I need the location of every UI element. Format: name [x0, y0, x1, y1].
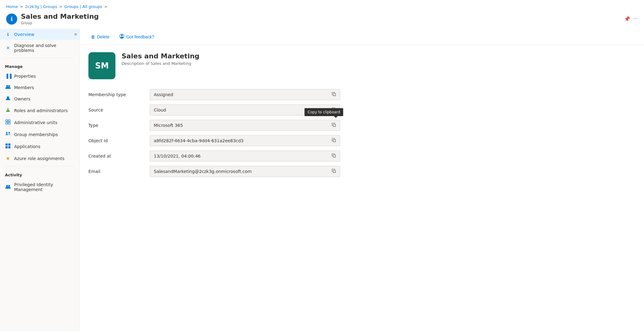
svg-rect-5 [6, 120, 8, 122]
breadcrumb-sep3: > [104, 4, 107, 9]
svg-point-15 [6, 185, 8, 187]
applications-icon [5, 143, 11, 149]
feedback-button[interactable]: Got feedback? [116, 32, 158, 41]
prop-value-object-id-wrap: a9fd282f-4634-4cba-9dd4-631a2ee83cd3 [150, 135, 340, 146]
svg-rect-12 [8, 143, 10, 146]
collapse-sidebar-button[interactable]: « [74, 31, 77, 37]
sidebar-label-admin-units: Administrative units [14, 120, 57, 125]
copy-type-button[interactable] [331, 122, 337, 129]
prop-label-object-id: Object Id [88, 138, 150, 143]
prop-row-email: Email SalesandMarketing@2czk3g.onmicroso… [88, 166, 340, 177]
sidebar-label-applications: Applications [14, 144, 41, 149]
owners-icon [5, 96, 11, 101]
breadcrumb-home[interactable]: Home [6, 4, 18, 9]
group-description: Description of Sales and Marketing [122, 61, 200, 66]
header-icon: ℹ [6, 14, 17, 25]
sidebar-item-diagnose[interactable]: ✕ Diagnose and solve problems [0, 40, 80, 56]
main-content: 🗑 Delete Got feedback? SM Sales and Mark… [80, 29, 644, 331]
members-icon [5, 85, 11, 90]
sidebar-item-owners[interactable]: Owners [0, 93, 80, 104]
sidebar-label-overview: Overview [14, 32, 34, 37]
svg-point-16 [8, 185, 10, 187]
sidebar-item-properties[interactable]: ▐▐ Properties [0, 71, 80, 82]
sidebar-label-owners: Owners [14, 96, 30, 101]
svg-rect-8 [8, 122, 10, 124]
svg-rect-13 [6, 146, 8, 148]
delete-button[interactable]: 🗑 Delete [87, 33, 113, 41]
sidebar: « ℹ Overview ✕ Diagnose and solve proble… [0, 29, 80, 331]
svg-rect-19 [333, 93, 336, 96]
svg-rect-23 [333, 155, 336, 157]
svg-rect-22 [333, 139, 336, 142]
prop-value-membership-type-wrap: Assigned [150, 89, 340, 100]
toolbar-separator [114, 33, 114, 41]
privileged-id-icon [5, 185, 11, 190]
main-layout: « ℹ Overview ✕ Diagnose and solve proble… [0, 29, 644, 331]
copy-created-at-button[interactable] [331, 153, 337, 159]
roles-icon [5, 108, 11, 113]
sidebar-label-azure-roles: Azure role assignments [14, 156, 64, 161]
sidebar-label-privileged-id: Privileged Identity Management [14, 182, 75, 192]
copy-email-button[interactable] [331, 168, 337, 175]
sidebar-section-activity: Activity [0, 168, 80, 179]
svg-point-1 [8, 85, 10, 87]
sidebar-label-roles: Roles and administrators [14, 108, 68, 113]
delete-label: Delete [97, 34, 109, 39]
prop-label-created-at: Created at [88, 154, 150, 159]
page-subtitle: Group [21, 21, 620, 25]
sidebar-item-admin-units[interactable]: Administrative units [0, 116, 80, 128]
sidebar-section-manage: Manage [0, 60, 80, 71]
sidebar-divider-manage [5, 58, 75, 58]
copy-tooltip: Copy to clipboard [305, 108, 343, 116]
sidebar-label-group-memberships: Group memberships [14, 132, 58, 137]
prop-value-type-wrap: Microsoft 365 Copy to clipboard [150, 120, 340, 131]
prop-label-email: Email [88, 169, 150, 174]
prop-row-type: Type Microsoft 365 Copy to clipboard [88, 120, 340, 131]
feedback-icon [119, 34, 124, 40]
star-icon: ★ [5, 155, 11, 161]
sidebar-item-roles[interactable]: Roles and administrators [0, 104, 80, 116]
copy-membership-type-button[interactable] [331, 92, 337, 98]
svg-rect-21 [333, 124, 336, 127]
properties-icon: ▐▐ [5, 74, 11, 79]
prop-row-source: Source Cloud [88, 104, 340, 116]
svg-rect-14 [8, 146, 10, 148]
svg-rect-6 [8, 120, 10, 122]
header-actions: 📌 ··· [624, 16, 638, 22]
sidebar-item-overview[interactable]: ℹ Overview [0, 29, 80, 40]
svg-point-0 [6, 85, 8, 87]
group-avatar-section: SM Sales and Marketing Description of Sa… [88, 52, 635, 79]
prop-row-membership-type: Membership type Assigned [88, 89, 340, 100]
svg-point-9 [6, 132, 8, 134]
svg-rect-7 [6, 122, 8, 124]
svg-rect-11 [6, 143, 8, 146]
prop-row-object-id: Object Id a9fd282f-4634-4cba-9dd4-631a2e… [88, 135, 340, 146]
prop-label-source: Source [88, 108, 150, 112]
sidebar-item-group-memberships[interactable]: Group memberships [0, 128, 80, 140]
page-header: ℹ Sales and Marketing Group 📌 ··· [0, 11, 644, 29]
prop-value-membership-type: Assigned [150, 89, 340, 100]
more-options-icon[interactable]: ··· [633, 16, 638, 22]
sidebar-item-azure-roles[interactable]: ★ Azure role assignments [0, 152, 80, 164]
breadcrumb-all-groups[interactable]: Groups | All groups [64, 4, 103, 9]
prop-value-created-at: 13/10/2021, 04:00:46 [150, 151, 340, 162]
prop-label-membership-type: Membership type [88, 92, 150, 97]
pin-icon[interactable]: 📌 [624, 16, 630, 22]
group-avatar: SM [88, 52, 115, 79]
admin-units-icon [5, 119, 11, 125]
group-detail: SM Sales and Marketing Description of Sa… [80, 45, 644, 189]
delete-icon: 🗑 [91, 34, 95, 39]
copy-object-id-button[interactable] [331, 138, 337, 144]
breadcrumb: Home > 2czk3g | Groups > Groups | All gr… [0, 0, 644, 11]
page-title: Sales and Marketing [21, 13, 620, 20]
prop-value-email-wrap: SalesandMarketing@2czk3g.onmicrosoft.com [150, 166, 340, 177]
breadcrumb-sep2: > [59, 4, 63, 9]
properties-table: Membership type Assigned Source [88, 89, 340, 177]
breadcrumb-groups[interactable]: 2czk3g | Groups [25, 4, 57, 9]
prop-value-created-at-wrap: 13/10/2021, 04:00:46 [150, 151, 340, 162]
sidebar-item-applications[interactable]: Applications [0, 140, 80, 152]
sidebar-divider-activity [5, 166, 75, 166]
sidebar-item-members[interactable]: Members [0, 82, 80, 93]
breadcrumb-sep1: > [20, 4, 23, 9]
sidebar-item-privileged-id[interactable]: Privileged Identity Management [0, 179, 80, 195]
